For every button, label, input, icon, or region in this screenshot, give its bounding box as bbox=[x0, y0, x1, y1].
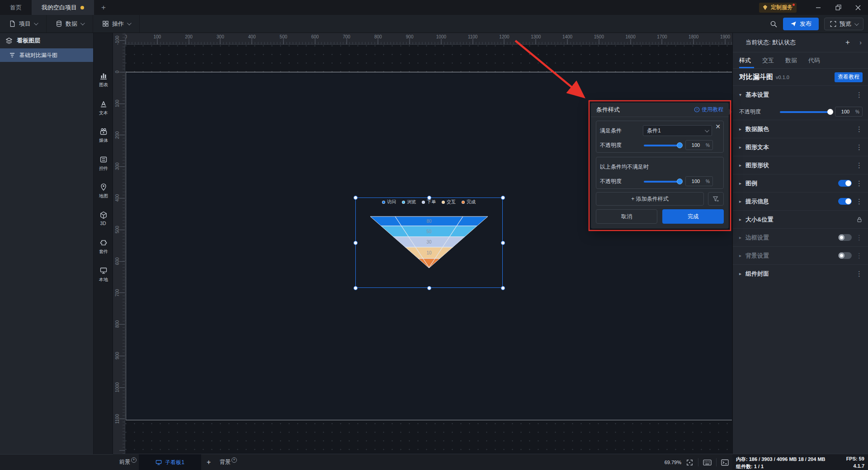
panel-opacity-slider[interactable] bbox=[780, 109, 832, 115]
menu-project[interactable]: 项目 bbox=[0, 15, 47, 33]
selection-handle[interactable] bbox=[501, 286, 505, 290]
background-button[interactable]: 背景+ bbox=[220, 458, 237, 466]
ruler-label: 300 bbox=[217, 34, 224, 39]
dock-item-text[interactable]: 文本 bbox=[94, 100, 113, 116]
restore-button[interactable] bbox=[828, 0, 848, 15]
legend-item-5[interactable]: 完成 bbox=[462, 199, 476, 205]
panel-section-4[interactable]: ▸图形形状⋮ bbox=[733, 156, 868, 174]
tutorial-link[interactable]: ? 使用教程 bbox=[694, 106, 723, 113]
tab-project[interactable]: 我的空白项目 bbox=[32, 0, 94, 15]
panel-section-8[interactable]: ▸边框设置⋮ bbox=[733, 228, 868, 246]
section-menu-icon[interactable]: ⋮ bbox=[856, 125, 863, 133]
dock-item-widget[interactable]: 控件 bbox=[94, 155, 113, 172]
component-title-row: 对比漏斗图 v0.1.0 查看教程 bbox=[733, 69, 868, 85]
zoom-level[interactable]: 69.79% bbox=[665, 460, 681, 465]
tab-code[interactable]: 代码 bbox=[808, 56, 820, 65]
panel-section-7[interactable]: ▸大小&位置 bbox=[733, 210, 868, 228]
minimize-button[interactable] bbox=[808, 0, 828, 15]
remove-condition-icon[interactable]: ✕ bbox=[715, 123, 721, 130]
section-menu-icon[interactable]: ⋮ bbox=[856, 197, 863, 206]
custom-service-badge[interactable]: 定制服务 bbox=[759, 3, 797, 13]
legend-item-2[interactable]: 浏览 bbox=[402, 199, 416, 205]
panel-section-6[interactable]: ▸提示信息⋮ bbox=[733, 192, 868, 210]
panel-section-2[interactable]: ▸数据颜色⋮ bbox=[733, 120, 868, 138]
chevron-down-icon bbox=[34, 21, 38, 25]
panel-section-9[interactable]: ▸背景设置⋮ bbox=[733, 246, 868, 264]
section-menu-icon[interactable]: ⋮ bbox=[856, 179, 863, 188]
tab-interaction[interactable]: 交互 bbox=[762, 56, 774, 65]
dock-item-media[interactable]: 媒体 bbox=[94, 127, 113, 144]
chevron-right-icon[interactable]: › bbox=[859, 39, 862, 46]
opacity-input[interactable]: 100 % bbox=[685, 140, 713, 150]
section-toggle-off[interactable] bbox=[838, 252, 852, 259]
chevron-right-icon: ▸ bbox=[739, 235, 745, 240]
add-condition-button[interactable]: + 添加条件样式 bbox=[596, 192, 704, 206]
lock-icon[interactable] bbox=[856, 216, 863, 223]
panel-section-1[interactable]: ▾基本设置⋮ bbox=[733, 85, 868, 103]
panel-opacity-input[interactable]: 100% bbox=[835, 107, 863, 117]
menu-operations[interactable]: 操作 bbox=[93, 15, 140, 33]
opacity-slider[interactable] bbox=[644, 142, 682, 148]
ruler-label: 500 bbox=[115, 226, 120, 234]
section-menu-icon[interactable]: ⋮ bbox=[856, 252, 863, 260]
fallback-opacity-input[interactable]: 100 % bbox=[685, 176, 713, 186]
sub-board-tab[interactable]: 子看板1 bbox=[139, 454, 201, 470]
selection-handle[interactable] bbox=[354, 286, 358, 290]
selection-handle[interactable] bbox=[354, 241, 358, 245]
fit-view-icon[interactable] bbox=[686, 459, 693, 466]
section-menu-icon[interactable]: ⋮ bbox=[856, 161, 863, 169]
keyboard-icon[interactable] bbox=[703, 459, 712, 466]
section-menu-icon[interactable]: ⋮ bbox=[856, 143, 863, 151]
dock-item-cube[interactable]: 3D bbox=[94, 211, 113, 226]
slider-thumb[interactable] bbox=[677, 179, 683, 184]
legend-item-4[interactable]: 交互 bbox=[442, 199, 456, 205]
search-icon[interactable] bbox=[770, 20, 778, 28]
panel-section-5[interactable]: ▸图例⋮ bbox=[733, 174, 868, 192]
menu-data[interactable]: 数据 bbox=[47, 15, 93, 33]
terminal-icon[interactable] bbox=[721, 459, 729, 466]
selection-handle[interactable] bbox=[427, 286, 431, 290]
selection-handle[interactable] bbox=[501, 241, 505, 245]
section-menu-icon[interactable]: ⋮ bbox=[856, 91, 863, 99]
add-background-icon[interactable]: + bbox=[231, 457, 237, 463]
section-menu-icon[interactable]: ⋮ bbox=[856, 234, 863, 242]
selection-handle[interactable] bbox=[501, 196, 505, 200]
add-state-icon[interactable]: + bbox=[845, 38, 850, 47]
ruler-label: 1600 bbox=[626, 34, 636, 39]
cancel-button[interactable]: 取消 bbox=[596, 209, 657, 224]
add-board-button[interactable]: + bbox=[207, 458, 211, 466]
legend-item-1[interactable]: 访问 bbox=[382, 199, 396, 205]
tab-home[interactable]: 首页 bbox=[0, 0, 32, 15]
confirm-button[interactable]: 完成 bbox=[662, 209, 724, 224]
section-toggle-on[interactable] bbox=[838, 180, 852, 187]
layer-item-funnel[interactable]: 基础对比漏斗图 bbox=[0, 48, 93, 62]
preview-button[interactable]: 预览 bbox=[824, 18, 863, 30]
filter-add-button[interactable] bbox=[708, 192, 724, 206]
foreground-button[interactable]: 前景+ bbox=[119, 458, 137, 466]
section-toggle-on[interactable] bbox=[838, 198, 852, 205]
dock-item-kit[interactable]: 套件 bbox=[94, 239, 113, 255]
add-foreground-icon[interactable]: + bbox=[131, 457, 137, 463]
slider-thumb[interactable] bbox=[677, 142, 683, 148]
selection-handle[interactable] bbox=[427, 196, 431, 200]
component-selection-box[interactable] bbox=[355, 197, 503, 288]
panel-section-10[interactable]: ▸组件封面⋮ bbox=[733, 264, 868, 282]
fallback-opacity-slider[interactable] bbox=[644, 179, 682, 184]
new-project-tab-button[interactable]: + bbox=[94, 0, 113, 15]
section-toggle-off[interactable] bbox=[838, 234, 852, 241]
view-tutorial-button[interactable]: 查看教程 bbox=[835, 72, 863, 82]
dock-item-map[interactable]: 地图 bbox=[94, 183, 113, 199]
panel-section-3[interactable]: ▸图形文本⋮ bbox=[733, 138, 868, 156]
tab-style[interactable]: 样式 bbox=[739, 56, 751, 65]
condition-select[interactable]: 条件1 bbox=[643, 125, 712, 136]
dock-item-chart[interactable]: 图表 bbox=[94, 72, 113, 88]
legend-item-3[interactable]: 下单 bbox=[422, 199, 436, 205]
selection-handle[interactable] bbox=[354, 196, 358, 200]
toggle-knob bbox=[839, 253, 844, 258]
close-button[interactable] bbox=[848, 0, 868, 15]
dock-item-local[interactable]: 本地 bbox=[94, 267, 113, 283]
tab-data[interactable]: 数据 bbox=[785, 56, 797, 65]
slider-thumb[interactable] bbox=[827, 109, 833, 115]
section-menu-icon[interactable]: ⋮ bbox=[856, 270, 863, 278]
publish-button[interactable]: 发布 bbox=[783, 18, 819, 30]
